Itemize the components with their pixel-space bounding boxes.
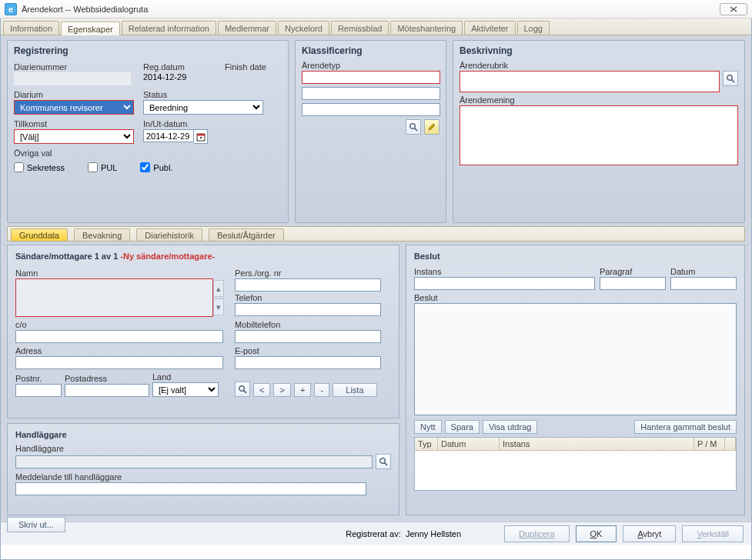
- app-icon: e: [5, 3, 17, 15]
- arendetyp-input-2[interactable]: [302, 87, 440, 100]
- instans-label: Instans: [414, 267, 595, 276]
- verkstall-button[interactable]: Verkställ: [682, 525, 744, 542]
- beslut-title: Beslut: [414, 252, 737, 261]
- diarium-select[interactable]: Kommunens revisorer: [14, 100, 134, 115]
- diarienummer-label: Diarienummer: [14, 62, 139, 72]
- subtab-diariehistorik[interactable]: Diariehistorik: [136, 228, 202, 241]
- th-instans: Instans: [500, 438, 694, 450]
- regdatum-label: Reg.datum: [143, 62, 220, 72]
- calendar-icon[interactable]: [194, 129, 208, 144]
- datum-input[interactable]: [670, 277, 737, 290]
- pers-label: Pers./org. nr: [235, 268, 396, 278]
- diarium-label: Diarium: [14, 90, 139, 99]
- tab-logg[interactable]: Logg: [517, 21, 550, 35]
- lista-button[interactable]: Lista: [333, 383, 376, 397]
- inut-label: In/Ut-datum: [143, 119, 294, 128]
- rubrik-search-icon[interactable]: [723, 71, 738, 86]
- search-icon[interactable]: [406, 119, 421, 135]
- ovriga-label: Övriga val: [14, 148, 282, 158]
- namn-down-button[interactable]: ▾: [213, 298, 224, 315]
- tab-aktiviteter[interactable]: Aktiviteter: [464, 21, 515, 35]
- tab-remissblad[interactable]: Remissblad: [331, 21, 389, 35]
- mening-input[interactable]: [460, 105, 738, 165]
- tab-medlemmar[interactable]: Medlemmar: [218, 21, 276, 35]
- status-select[interactable]: Beredning: [143, 100, 263, 115]
- beslut-text-label: Beslut: [414, 293, 737, 302]
- rubrik-label: Ärenderubrik: [460, 61, 738, 70]
- postnr-input[interactable]: [15, 384, 62, 397]
- svg-line-10: [385, 463, 388, 466]
- rubrik-input[interactable]: [460, 71, 720, 92]
- tab-moteshantering[interactable]: Möteshantering: [390, 21, 463, 35]
- sandare-search-icon[interactable]: [235, 382, 250, 397]
- instans-input[interactable]: [414, 277, 595, 290]
- publ-check[interactable]: Publ.: [140, 162, 172, 172]
- tab-nyckelord[interactable]: Nyckelord: [278, 21, 329, 35]
- tab-egenskaper[interactable]: Egenskaper: [61, 22, 120, 35]
- tillkomst-label: Tillkomst: [14, 119, 139, 128]
- handl-label: Handläggare: [15, 444, 391, 453]
- close-button[interactable]: [720, 3, 747, 15]
- land-select[interactable]: [Ej valt]: [152, 382, 219, 397]
- medd-input[interactable]: [15, 482, 366, 495]
- visa-utdrag-button[interactable]: Visa utdrag: [483, 420, 537, 434]
- tab-information[interactable]: Information: [3, 21, 59, 35]
- sandare-header: Sändare/mottagare 1 av 1 -Ny sändare/mot…: [15, 252, 391, 261]
- th-datum: Datum: [438, 438, 500, 450]
- handl-input: [15, 455, 373, 468]
- beslut-textarea[interactable]: [414, 303, 737, 415]
- inut-input[interactable]: [143, 129, 194, 142]
- window-title: Ärendekort -- Webbsidedialogruta: [22, 5, 148, 14]
- pul-check[interactable]: PUL: [88, 162, 117, 172]
- svg-point-9: [380, 458, 386, 464]
- panel-klassificering: Klassificering Ärendetyp: [295, 40, 446, 223]
- prev-button[interactable]: <: [253, 383, 270, 397]
- subtab-beslut[interactable]: Beslut/Åtgärder: [209, 228, 284, 241]
- postadress-input[interactable]: [65, 384, 149, 397]
- sekretess-check[interactable]: Sekretess: [14, 162, 65, 172]
- edit-icon[interactable]: [424, 119, 440, 135]
- svg-point-3: [410, 124, 416, 129]
- epost-label: E-post: [235, 346, 396, 355]
- adress-input[interactable]: [15, 356, 223, 369]
- nytt-button[interactable]: Nytt: [414, 420, 442, 434]
- minus-button[interactable]: -: [314, 383, 329, 397]
- paragraf-input[interactable]: [600, 277, 666, 290]
- mobil-input[interactable]: [235, 330, 381, 343]
- besk-title: Beskrivning: [460, 45, 738, 56]
- hantera-beslut-button[interactable]: Hantera gammalt beslut: [634, 420, 737, 434]
- namn-up-button[interactable]: ▴: [213, 280, 224, 297]
- avbryt-button[interactable]: Avbryt: [623, 525, 676, 542]
- plus-button[interactable]: +: [294, 383, 311, 397]
- skrivut-button[interactable]: Skriv ut...: [7, 517, 65, 532]
- th-scroll: [725, 438, 736, 450]
- mobil-label: Mobiltelefon: [235, 320, 396, 329]
- telefon-input[interactable]: [235, 303, 381, 316]
- beslut-spara-button[interactable]: Spara: [445, 420, 480, 434]
- ok-button[interactable]: OK: [576, 525, 617, 542]
- klass-title: Klassificering: [302, 45, 440, 56]
- subtab-bevakning[interactable]: Bevakning: [74, 228, 130, 241]
- svg-line-8: [244, 391, 247, 394]
- arendetyp-input-1[interactable]: [302, 71, 440, 84]
- tab-relaterad[interactable]: Relaterad information: [122, 21, 216, 35]
- panel-sandare: Sändare/mottagare 1 av 1 -Ny sändare/mot…: [7, 245, 399, 418]
- epost-input[interactable]: [235, 356, 381, 369]
- namn-input[interactable]: [15, 278, 213, 317]
- duplicera-button[interactable]: Duplicera: [504, 525, 569, 542]
- svg-rect-2: [200, 137, 202, 138]
- status-label: Status: [143, 90, 294, 99]
- pers-input[interactable]: [235, 278, 381, 292]
- beslut-table: Typ Datum Instans P / M: [414, 437, 737, 491]
- registrerat-label: Registrerat av: Jenny Hellsten: [346, 529, 461, 538]
- arendetyp-input-3[interactable]: [302, 103, 440, 116]
- next-button[interactable]: >: [273, 383, 290, 397]
- handl-search-icon[interactable]: [376, 454, 391, 469]
- mening-label: Ärendemening: [460, 95, 738, 105]
- th-pm: P / M: [694, 438, 725, 450]
- sub-tabstrip: Grunddata Bevakning Diariehistorik Beslu…: [7, 226, 745, 242]
- co-input[interactable]: [15, 330, 223, 343]
- subtab-grunddata[interactable]: Grunddata: [11, 228, 68, 241]
- registrering-title: Registrering: [14, 45, 282, 56]
- tillkomst-select[interactable]: [Välj]: [14, 129, 134, 144]
